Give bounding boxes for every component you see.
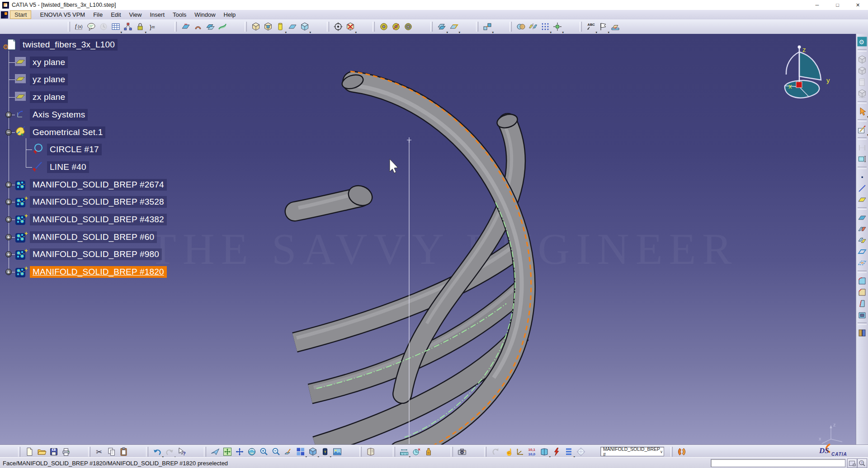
maximize-button[interactable]: □ <box>827 0 848 10</box>
tree-item-manifold-solid-brep-2674[interactable]: MANIFOLD_SOLID_BREP #2674 <box>30 179 167 191</box>
scaling-icon[interactable]: ▾ <box>552 21 563 33</box>
revolve-surface-icon[interactable] <box>192 21 203 33</box>
decimals-icon[interactable]: 10,110,0 <box>526 446 538 457</box>
tree-expander-plus[interactable]: + <box>5 199 12 205</box>
insert-product-icon[interactable]: + <box>857 65 868 76</box>
toolbar-grip[interactable] <box>393 447 395 457</box>
measure-item-icon[interactable] <box>410 446 422 457</box>
undo-icon[interactable]: ▾ <box>151 446 163 457</box>
shaft-icon[interactable]: ▾ <box>274 21 286 33</box>
grab-hand-icon[interactable]: ☝ <box>502 446 513 457</box>
toolbar-grip[interactable] <box>68 22 70 32</box>
rect-pattern-icon[interactable]: ▾ <box>539 21 551 33</box>
print-icon[interactable] <box>60 446 71 457</box>
menu-edit[interactable]: Edit <box>107 10 125 19</box>
fly-mode-icon[interactable] <box>209 446 221 457</box>
toolbar-grip[interactable] <box>484 447 486 457</box>
tree-expander-minus[interactable]: − <box>5 129 12 136</box>
menu-view[interactable]: View <box>125 10 146 19</box>
rotate-icon[interactable] <box>246 446 257 457</box>
knowledge-bubble-icon[interactable] <box>85 21 97 33</box>
paste-icon[interactable] <box>118 446 129 457</box>
layer-book-icon[interactable]: ▾ <box>538 446 550 457</box>
menu-enovia-v5-vpm[interactable]: ENOVIA V5 VPM <box>36 10 89 19</box>
view-compass[interactable]: z x y <box>778 42 835 103</box>
settings-gear-icon[interactable]: ⚙ <box>857 36 868 47</box>
toolbar-grip[interactable] <box>476 22 478 32</box>
tree-expander-plus[interactable]: + <box>5 182 12 188</box>
tree-item-manifold-solid-brep-4382[interactable]: MANIFOLD_SOLID_BREP #4382 <box>30 214 167 225</box>
threaded-hole-icon[interactable] <box>390 21 401 33</box>
pad-icon[interactable] <box>250 21 261 33</box>
render-image-icon[interactable] <box>331 446 343 457</box>
transformation-icon[interactable]: ▾ <box>481 21 493 33</box>
select-arrow-icon[interactable]: ▾ <box>857 106 868 117</box>
boolean-add-icon[interactable] <box>515 21 526 33</box>
knowledge-bolt-icon[interactable] <box>551 446 562 457</box>
tree-item-manifold-solid-brep-3528[interactable]: MANIFOLD_SOLID_BREP #3528 <box>30 196 167 208</box>
point-icon[interactable] <box>857 171 868 183</box>
close-button[interactable]: ✕ <box>848 0 868 10</box>
tree-expander-plus[interactable]: + <box>5 251 12 257</box>
fiber-model[interactable] <box>295 71 531 445</box>
copy-icon[interactable] <box>106 446 117 457</box>
formula-icon[interactable]: f(x) <box>73 21 85 33</box>
mirror-icon[interactable] <box>527 21 538 33</box>
axis-system-icon[interactable] <box>514 446 525 457</box>
fillet-icon[interactable] <box>857 275 868 286</box>
tree-expander-plus[interactable]: + <box>5 269 12 275</box>
redo-icon[interactable]: ▾ <box>164 446 175 457</box>
toolbar-grip[interactable] <box>670 447 673 457</box>
shade-cylinder-icon[interactable]: T▾ <box>319 446 330 457</box>
toolbar-grip[interactable] <box>146 447 148 457</box>
tree-item-manifold-solid-brep-60[interactable]: MANIFOLD_SOLID_BREP #60 <box>30 231 157 243</box>
catia-tools-icon[interactable] <box>676 446 687 457</box>
boundary-icon[interactable] <box>857 246 868 257</box>
menu-file[interactable]: File <box>89 10 107 19</box>
tree-expander-plus[interactable]: + <box>5 216 12 223</box>
toolbar-grip[interactable] <box>580 22 582 32</box>
toolbar-grip[interactable] <box>373 22 375 32</box>
open-icon[interactable] <box>36 446 47 457</box>
toolbar-grip[interactable] <box>327 22 329 32</box>
wireframe-diamond-icon[interactable] <box>575 446 586 457</box>
weld-feature-icon[interactable] <box>609 21 621 33</box>
tree-item-zx-plane[interactable]: zx plane <box>30 91 68 103</box>
tree-item-xy-plane[interactable]: xy plane <box>30 56 68 68</box>
rib-icon[interactable] <box>287 21 298 33</box>
stiffener-icon[interactable]: ▾ <box>299 21 310 33</box>
new-document-icon[interactable] <box>24 446 35 457</box>
tree-item-root[interactable]: twisted_fibers_3x_L100 <box>20 39 118 51</box>
counterbored-hole-icon[interactable] <box>402 21 414 33</box>
draft-icon[interactable] <box>857 298 868 309</box>
sketcher-icon[interactable]: ▾ <box>857 124 868 135</box>
tree-item-manifold-solid-brep-980[interactable]: MANIFOLD_SOLID_BREP #980 <box>30 248 162 260</box>
fit-all-icon[interactable] <box>222 446 233 457</box>
menu-tools[interactable]: Tools <box>169 10 190 19</box>
flag-note-icon[interactable]: ▾ <box>597 21 609 33</box>
help-select-icon[interactable]: ? <box>176 446 187 457</box>
history-icon[interactable] <box>98 21 109 33</box>
equivalent-dimensions-icon[interactable]: }= <box>146 21 158 33</box>
relations-icon[interactable] <box>122 21 133 33</box>
feature-filter-combobox[interactable]: MANIFOLD_SOLID_BREP # ∨ <box>600 447 664 456</box>
extrude-surface-icon[interactable] <box>180 21 191 33</box>
toolbar-grip[interactable] <box>18 447 20 457</box>
menu-help[interactable]: Help <box>220 10 240 19</box>
normal-view-icon[interactable] <box>283 446 294 457</box>
toolbar-grip[interactable] <box>175 22 177 32</box>
quad-view-icon[interactable]: ▾ <box>295 446 306 457</box>
catalog-browser-icon[interactable] <box>857 327 868 338</box>
zoom-out-icon[interactable] <box>270 446 282 457</box>
lock-icon[interactable]: ▾ <box>134 21 146 33</box>
pocket-icon[interactable] <box>262 21 274 33</box>
toolbar-grip[interactable] <box>451 447 453 457</box>
minimize-button[interactable]: ─ <box>807 0 827 10</box>
insert-component-icon[interactable] <box>857 54 868 65</box>
tree-item-line-40[interactable]: LINE #40 <box>47 161 89 173</box>
tree-item-manifold-solid-brep-1820[interactable]: MANIFOLD_SOLID_BREP #1820 <box>30 266 167 278</box>
refresh-icon[interactable] <box>490 446 501 457</box>
line-icon[interactable] <box>857 183 868 194</box>
replace-component-icon[interactable] <box>857 88 868 99</box>
toolbar-grip[interactable] <box>430 22 433 32</box>
